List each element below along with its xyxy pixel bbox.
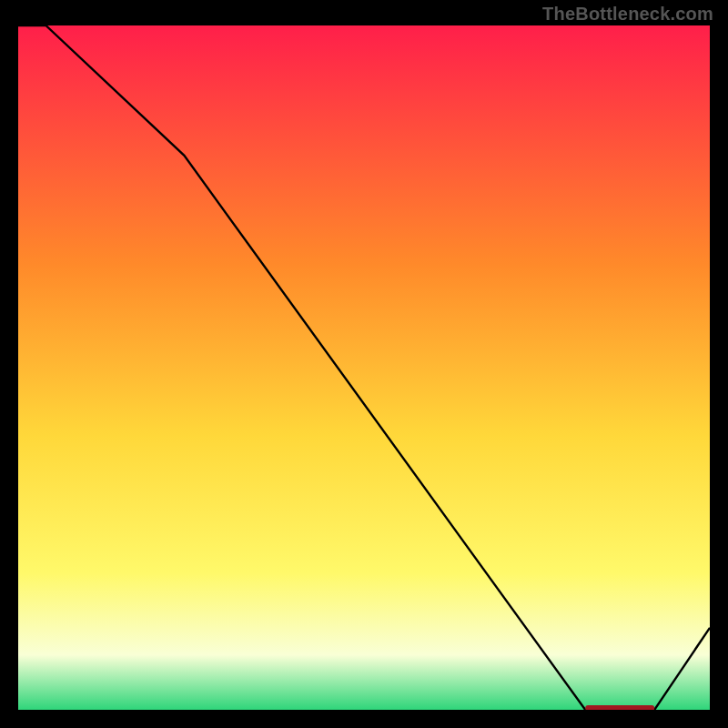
- bottleneck-chart: [18, 25, 710, 710]
- watermark-text: TheBottleneck.com: [542, 4, 713, 25]
- optimal-marker: [585, 705, 654, 710]
- gradient-fill: [18, 25, 710, 710]
